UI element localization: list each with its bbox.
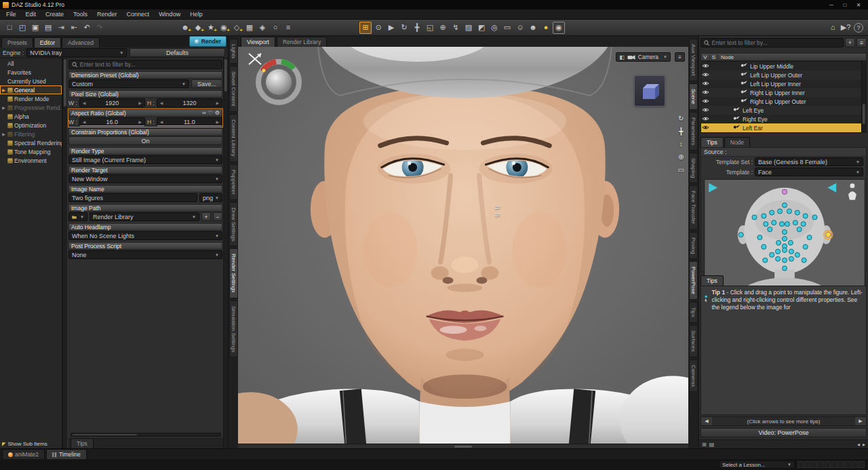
view-frame-icon[interactable]: ▭	[678, 166, 684, 174]
lesson-dropdown[interactable]: Select a Lesson... ▼	[719, 461, 795, 469]
folder-dropdown[interactable]: ▼	[68, 212, 87, 221]
tab-timeline[interactable]: Timeline	[46, 449, 87, 459]
pane-tab-simulation-settings[interactable]: Simulation Settings	[229, 300, 238, 357]
image-format-dropdown[interactable]: png▼	[199, 193, 222, 202]
menu-connect[interactable]: Connect	[122, 10, 155, 18]
figure-tool-icon[interactable]: ☻	[527, 22, 539, 34]
scroll-right-icon[interactable]: ▸	[863, 442, 865, 448]
visibility-eye-icon[interactable]	[702, 125, 709, 130]
scene-menu-button[interactable]: ≡	[856, 38, 867, 47]
scroll-left-icon[interactable]: ◂	[857, 442, 860, 448]
category-filtering[interactable]: ▶Filtering	[0, 130, 62, 138]
setting-header[interactable]: Render Target	[68, 166, 222, 174]
pane-tab-smart-content[interactable]: Smart Content	[229, 66, 238, 112]
pane-list-icon[interactable]: ▤	[709, 442, 715, 448]
setting-header[interactable]: Image Name	[68, 185, 222, 193]
tab-animate2[interactable]: aniMate2	[2, 449, 45, 459]
video-powerpose-button[interactable]: Video: PowerPose	[701, 428, 867, 437]
spot-render-tool-icon[interactable]: ◩	[475, 22, 488, 34]
menu-file[interactable]: File	[1, 10, 21, 18]
visibility-eye-icon[interactable]	[702, 72, 709, 77]
setting-header[interactable]: Post Process Script	[68, 242, 222, 250]
lock-icon[interactable]: ●	[540, 22, 552, 34]
save-file-icon[interactable]: ▣	[29, 22, 41, 34]
camera-selector[interactable]: ◧ Camera ▼	[616, 52, 671, 62]
tree-node-lip-upper-middle[interactable]: Lip Upper Middle	[701, 62, 861, 71]
show-sub-items-toggle[interactable]: ◤ Show Sub Items	[0, 439, 62, 448]
render-button[interactable]: Render	[189, 36, 226, 47]
pane-tab-powerpose[interactable]: PowerPose	[689, 261, 698, 300]
whats-this-icon[interactable]: ▶?	[840, 22, 852, 34]
setting-header[interactable]: Image Path	[68, 204, 222, 212]
visibility-eye-icon[interactable]	[702, 63, 709, 68]
category-general[interactable]: ▶General	[0, 85, 62, 94]
category-environment[interactable]: Environment	[0, 156, 62, 165]
nudge-right-icon[interactable]: ▶	[216, 100, 219, 105]
add-path-button[interactable]: +	[201, 212, 211, 221]
create-figure-icon[interactable]: ☻	[179, 22, 191, 34]
pane-dock-icon[interactable]: ⊞	[702, 442, 707, 448]
visibility-eye-icon[interactable]	[702, 81, 709, 86]
viewport-splitter[interactable]	[238, 444, 688, 448]
geometry-editor-tool-icon[interactable]: ⊙	[372, 22, 384, 34]
gear-icon[interactable]: ⚙	[215, 110, 220, 116]
tab-render-library[interactable]: Render Library	[277, 37, 327, 47]
pane-tab-puppeteer[interactable]: Puppeteer	[229, 164, 238, 200]
render-target-dropdown[interactable]: New Window▼	[68, 174, 222, 183]
category-favorites[interactable]: Favorites	[0, 68, 62, 77]
view-cube[interactable]	[634, 75, 665, 106]
tab-editor[interactable]: Editor	[34, 37, 61, 47]
view-orbit-widget[interactable]	[243, 48, 311, 111]
render-frame-icon[interactable]: ◧	[619, 54, 625, 60]
aspect-ratio-global-w-field[interactable]: ◀16.0▶	[79, 117, 145, 126]
tab-tips-left[interactable]: Tips	[71, 438, 94, 448]
menu-create[interactable]: Create	[41, 10, 68, 18]
create-primitive-icon[interactable]: ○	[269, 22, 281, 34]
tree-node-left-eye[interactable]: Left Eye	[701, 106, 861, 115]
menu-tools[interactable]: Tools	[68, 10, 92, 18]
tree-node-left-lip-upper-inner[interactable]: Left Lip Upper Inner	[701, 79, 861, 88]
import-icon[interactable]: ⇥	[55, 22, 67, 34]
create-group-icon[interactable]: ▦	[243, 22, 256, 34]
nudge-right-icon[interactable]: ▶	[138, 119, 142, 124]
create-camera-icon[interactable]: ◉	[218, 22, 230, 34]
image-path-dropdown[interactable]: Render Library▼	[90, 212, 199, 221]
category-alpha[interactable]: Alpha	[0, 112, 62, 121]
nudge-right-icon[interactable]: ▶	[216, 119, 219, 124]
home-icon[interactable]: ⌂	[827, 22, 839, 34]
help-icon[interactable]: ?	[854, 23, 863, 33]
visibility-eye-icon[interactable]	[702, 90, 709, 95]
scene-tree-scrollbar[interactable]	[861, 62, 866, 132]
link-icon[interactable]: ∞	[202, 110, 206, 116]
category-progressive-rend[interactable]: ▶Progressive Rend...	[0, 103, 62, 112]
node-selection-tool-icon[interactable]: ⊞	[359, 22, 372, 34]
tab-presets[interactable]: Presets	[1, 37, 33, 47]
create-instance-icon[interactable]: ◈	[256, 22, 269, 34]
setting-header[interactable]: Constrain Proportions (Global)	[68, 128, 222, 136]
new-file-icon[interactable]: □	[3, 22, 16, 34]
scene-list-icon[interactable]: ≡	[282, 22, 294, 34]
pane-tab-surfaces[interactable]: Surfaces	[689, 325, 698, 357]
post-process-script-dropdown[interactable]: None▼	[68, 250, 222, 259]
maximize-button[interactable]: □	[838, 1, 852, 9]
camera-view-icon[interactable]: ◉	[553, 22, 565, 34]
favorite-icon[interactable]: ♡	[208, 110, 213, 116]
settings-hscrollbar[interactable]	[71, 433, 221, 437]
pane-tab-lights[interactable]: Lights	[229, 39, 238, 64]
settings-scrollbar[interactable]	[223, 58, 228, 448]
view-rotate-icon[interactable]: ↻	[678, 115, 684, 122]
category-optimization[interactable]: Optimization	[0, 121, 62, 130]
aspect-ratio-global-h-field[interactable]: ◀11.0▶	[157, 117, 222, 126]
add-node-button[interactable]: +	[845, 38, 855, 47]
visibility-eye-icon[interactable]	[702, 98, 709, 104]
tab-node[interactable]: Node	[724, 137, 750, 147]
minimize-button[interactable]: ─	[825, 1, 838, 9]
setting-header[interactable]: Pixel Size (Global)	[68, 90, 222, 98]
create-light-icon[interactable]: ★	[205, 22, 217, 34]
active-pose-tool-icon[interactable]: ↯	[450, 22, 462, 34]
pane-tab-aux-viewport[interactable]: Aux Viewport	[689, 39, 698, 81]
defaults-button[interactable]: Defaults	[130, 48, 225, 57]
category-scrollbar[interactable]	[62, 58, 67, 448]
nudge-right-icon[interactable]: ▶	[138, 100, 142, 105]
pane-tab-parameters[interactable]: Parameters	[689, 112, 698, 151]
